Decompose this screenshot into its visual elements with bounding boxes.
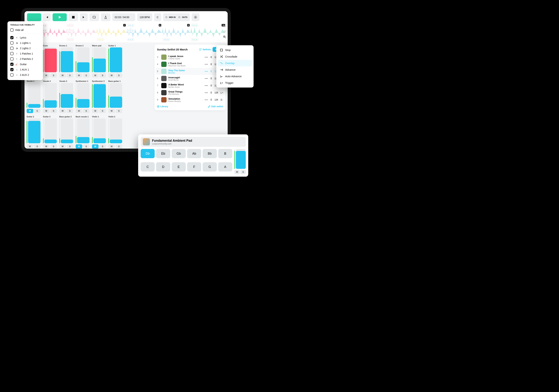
metronome-button[interactable] [101, 13, 111, 21]
key-db[interactable]: Db [141, 149, 155, 158]
action-trigger[interactable]: Trigger [218, 80, 252, 86]
waveform-strip[interactable]: 0 (C-2)0 (C-2)ST0 (C-2)B0 (C-2)0 (C-2)0 … [25, 23, 228, 42]
visibility-icon[interactable] [223, 24, 227, 28]
solo-button[interactable]: S [116, 144, 122, 149]
mute-button[interactable]: M [59, 73, 66, 78]
waveform-segment[interactable]: 0 (C-2)0 (C-2)ST [190, 23, 226, 42]
cue-chip[interactable]: 0 (C-2) [191, 24, 198, 27]
row-action-icon[interactable] [221, 92, 223, 94]
loop-button[interactable] [90, 13, 99, 21]
key-d[interactable]: D [156, 162, 170, 171]
cue-chip[interactable]: 0 (C-2) [191, 38, 198, 41]
pad-mute-button[interactable]: M [234, 170, 240, 174]
solo-button[interactable]: S [83, 144, 90, 149]
more-icon[interactable]: ••• [205, 56, 208, 58]
mute-button[interactable]: M [108, 73, 115, 78]
cue-chip[interactable]: 0 (C-2) [127, 24, 134, 27]
solo-button[interactable]: S [83, 73, 90, 78]
mute-button[interactable]: M [43, 73, 49, 78]
mute-button[interactable]: M [108, 109, 115, 113]
more-icon[interactable]: ••• [205, 63, 208, 65]
channel-fader[interactable] [93, 83, 106, 108]
channel-fader[interactable] [110, 83, 122, 108]
key-ab[interactable]: Ab [187, 149, 201, 158]
cue-toggle-item[interactable]: ♫ 1 AUX 1 [10, 67, 40, 72]
zoom-icon[interactable] [223, 35, 227, 39]
checkbox-icon[interactable] [10, 52, 13, 55]
solo-button[interactable]: S [67, 144, 73, 149]
mute-button[interactable]: M [43, 144, 49, 149]
cue-toggle-item[interactable]: ♫ 2 AUX 2 [10, 72, 40, 78]
solo-button[interactable]: S [50, 73, 57, 78]
settings-button[interactable] [192, 13, 199, 21]
action-auto-advance[interactable]: Auto Advance [218, 73, 252, 80]
channel-fader[interactable] [77, 118, 90, 143]
more-icon[interactable]: ••• [205, 92, 208, 94]
solo-button[interactable]: S [83, 109, 90, 113]
setlist-row[interactable]: 4 I Thank God Maverick City Music ••• E … [157, 61, 223, 68]
setlists-button[interactable]: Setlists [199, 48, 211, 51]
library-button[interactable]: Library [157, 105, 168, 108]
key-gb[interactable]: Gb [172, 149, 186, 158]
key-f[interactable]: F [187, 162, 201, 171]
channel-fader[interactable] [44, 118, 57, 143]
mute-button[interactable]: M [108, 144, 115, 149]
cue-chip[interactable]: 0 (C-2) [67, 29, 74, 32]
channel-fader[interactable] [77, 47, 90, 72]
channel-fader[interactable] [44, 83, 57, 108]
waveform-segment[interactable]: 0 (C-2)0 (C-2)0 (C-2) [66, 23, 96, 42]
key-bb[interactable]: Bb [203, 149, 217, 158]
solo-button[interactable]: S [34, 109, 40, 113]
solo-button[interactable]: S [116, 73, 122, 78]
channel-fader[interactable] [77, 83, 90, 108]
checkbox-icon[interactable] [10, 28, 13, 32]
checkbox-icon[interactable] [10, 57, 13, 61]
checkbox-icon[interactable] [10, 68, 13, 71]
setlist-row[interactable]: 9 Simulation Roisin Murphy ••• E 128 [157, 96, 223, 103]
cue-toggle-item[interactable]: ⦀ 2 Patches 2 [10, 56, 40, 62]
channel-fader[interactable] [61, 118, 73, 143]
channel-fader[interactable] [28, 83, 40, 108]
channel-fader[interactable] [44, 47, 57, 72]
cue-toggle-item[interactable]: ◑ 1 Lights 1 [10, 40, 40, 46]
solo-button[interactable]: S [67, 73, 73, 78]
mute-button[interactable]: M [92, 73, 99, 78]
pad-solo-button[interactable]: S [241, 170, 246, 174]
solo-button[interactable]: S [50, 109, 57, 113]
setlist-row[interactable]: 3 I speak Jesus Charity Gayle ••• E 128 [157, 54, 223, 61]
key-e[interactable]: E [172, 162, 186, 171]
waveform-segment[interactable]: 0 (C-2)C [96, 23, 126, 42]
channel-fader[interactable] [61, 83, 73, 108]
more-icon[interactable]: ••• [205, 84, 208, 87]
setlist-row[interactable]: 7 A Better Word Benita Jones ••• E 128 [157, 82, 223, 89]
waveform-segment[interactable]: 0 (C-2)B [162, 23, 190, 42]
cue-chip[interactable]: 0 (C-2) [67, 38, 74, 41]
mute-button[interactable]: M [59, 144, 66, 149]
solo-button[interactable]: S [67, 109, 73, 113]
checkbox-icon[interactable] [10, 73, 13, 76]
channel-fader[interactable] [28, 118, 40, 143]
prev-button[interactable] [43, 13, 51, 21]
cue-chip[interactable]: 0 (C-2) [163, 38, 170, 41]
waveform-segment[interactable]: 0 (C-2)0 (C-2)0 (C-2)B [126, 23, 162, 42]
mute-button[interactable]: M [92, 109, 99, 113]
solo-button[interactable]: S [99, 109, 106, 113]
edit-setlist-button[interactable]: Edit setlist [208, 105, 223, 108]
solo-button[interactable]: S [116, 109, 122, 113]
mute-button[interactable]: M [76, 144, 82, 149]
action-stop[interactable]: Stop [218, 47, 252, 53]
checkbox-icon[interactable] [10, 41, 13, 45]
bpm-display[interactable]: 128 BPM [137, 13, 152, 21]
midi-io[interactable]: MIDI IN OUTS [163, 13, 190, 21]
mute-button[interactable]: M [27, 109, 33, 113]
cue-hide-all[interactable]: Hide all [10, 27, 40, 33]
solo-button[interactable]: S [50, 144, 57, 149]
edit-icon[interactable] [223, 30, 227, 34]
key-b[interactable]: B [218, 149, 232, 158]
checkbox-icon[interactable] [10, 47, 13, 50]
play-button[interactable] [53, 13, 67, 21]
setlist-row[interactable]: 6 Invercagirl Ened Burns ••• E 128 [157, 75, 223, 82]
mute-button[interactable]: M [27, 144, 33, 149]
more-icon[interactable]: ••• [205, 77, 208, 80]
key-g[interactable]: G [203, 162, 217, 171]
